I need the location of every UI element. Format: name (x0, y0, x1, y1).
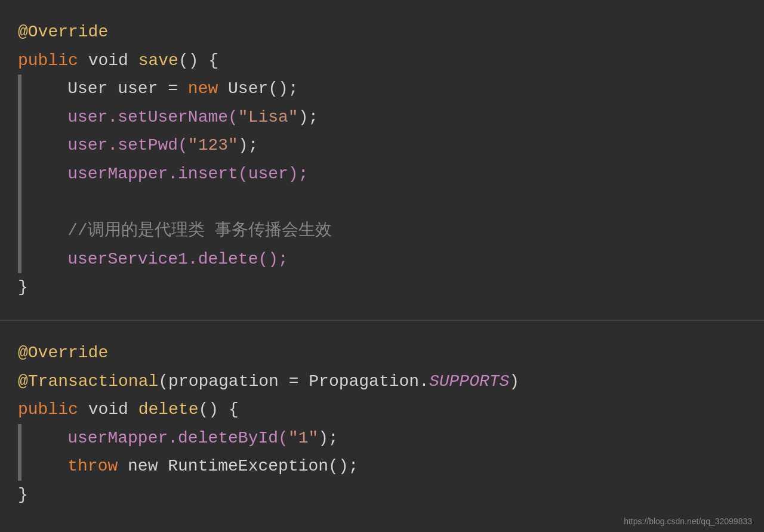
code-line: } (18, 273, 740, 302)
code-token: userMapper.deleteById( (27, 424, 288, 453)
code-line: @Transactional(propagation = Propagation… (18, 367, 740, 396)
code-line: } (18, 481, 740, 509)
code-line: @Override (18, 339, 740, 367)
code-token: } (18, 273, 28, 302)
code-line (18, 188, 740, 217)
code-line: user.setUserName("Lisa"); (18, 103, 740, 132)
code-line: User user = new User(); (18, 75, 740, 103)
line-bar (18, 75, 21, 103)
code-token: () { (198, 395, 238, 424)
code-token: () { (178, 47, 218, 75)
line-bar (18, 188, 21, 217)
code-token: userService1.delete(); (27, 245, 288, 274)
code-token: save (138, 47, 178, 75)
watermark: https://blog.csdn.net/qq_32099833 (624, 516, 752, 526)
code-container: @Overridepublic void save() { User user … (0, 0, 764, 532)
code-block-2: @Override@Transactional(propagation = Pr… (0, 321, 764, 532)
code-token: "1" (288, 424, 318, 453)
code-token: void (78, 47, 138, 75)
code-line: public void delete() { (18, 395, 740, 424)
code-token: userMapper.insert(user); (27, 160, 308, 188)
code-token: "123" (188, 131, 238, 160)
code-line: //调用的是代理类 事务传播会生效 (18, 216, 740, 245)
line-bar (18, 160, 21, 188)
code-token: @Transactional (18, 367, 158, 396)
code-token: user.setPwd( (27, 131, 188, 160)
code-block-1: @Overridepublic void save() { User user … (0, 0, 764, 321)
code-token: SUPPORTS (429, 367, 509, 396)
line-bar (18, 216, 21, 245)
line-bar (18, 424, 21, 453)
code-token: void (78, 395, 138, 424)
code-token: delete (138, 395, 199, 424)
code-token: user.setUserName( (27, 103, 238, 132)
code-line: userMapper.deleteById("1"); (18, 424, 740, 453)
code-token: "Lisa" (238, 103, 298, 132)
code-token: new (188, 75, 218, 103)
line-bar (18, 452, 21, 481)
line-bar (18, 103, 21, 132)
code-token: ); (298, 103, 319, 132)
code-token (27, 452, 67, 481)
code-token: //调用的是代理类 事务传播会生效 (27, 216, 332, 245)
code-token: } (18, 481, 28, 509)
code-token: public (18, 47, 78, 75)
code-token: User(); (218, 75, 298, 103)
code-token: ); (318, 424, 338, 453)
code-token: User user = (27, 75, 188, 103)
code-token: public (18, 395, 78, 424)
code-line: @Override (18, 18, 740, 47)
code-token: @Override (18, 18, 108, 47)
code-token: (propagation = Propagation. (158, 367, 429, 396)
code-token: @Override (18, 339, 108, 367)
code-line: throw new RuntimeException(); (18, 452, 740, 481)
line-bar (18, 245, 21, 274)
code-token: throw (67, 452, 118, 481)
code-line: public void save() { (18, 47, 740, 75)
code-line: userService1.delete(); (18, 245, 740, 274)
code-token: ); (238, 131, 258, 160)
code-line: userMapper.insert(user); (18, 160, 740, 188)
code-token: new RuntimeException(); (118, 452, 358, 481)
line-bar (18, 131, 21, 160)
code-token: ) (509, 367, 519, 396)
code-line: user.setPwd("123"); (18, 131, 740, 160)
